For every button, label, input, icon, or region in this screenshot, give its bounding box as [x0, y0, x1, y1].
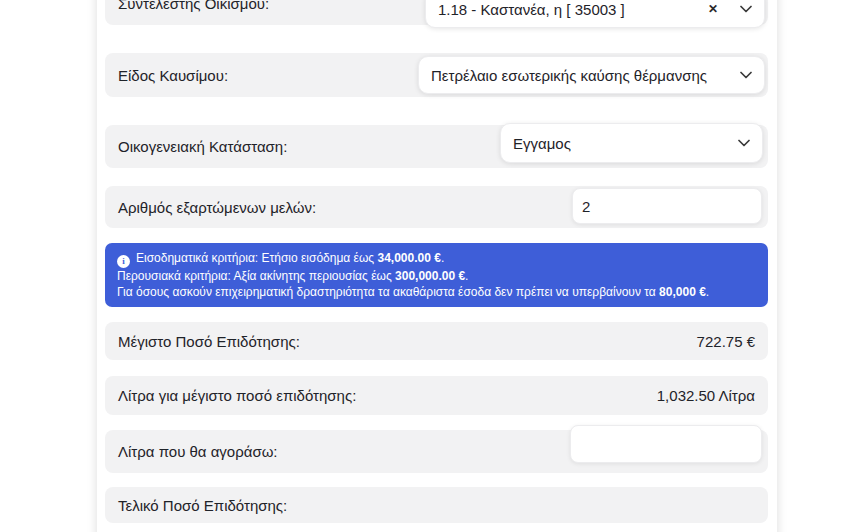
income-criteria-line: iΕισοδηματικά κριτήρια: Ετήσιο εισόδημα … [117, 250, 756, 268]
settlement-coefficient-value: 1.18 - Καστανέα, η [ 35003 ] [438, 1, 625, 18]
info-icon: i [117, 255, 130, 268]
liters-max-value: 1,032.50 Λίτρα [657, 387, 755, 404]
fuel-type-value: Πετρέλαιο εσωτερικής καύσης θέρμανσης [431, 67, 707, 84]
liters-to-buy-input[interactable] [570, 425, 762, 463]
dependent-members-label: Αριθμός εξαρτώμενων μελών: [118, 199, 316, 216]
clear-icon[interactable]: ✕ [704, 2, 722, 16]
liters-max-label: Λίτρα για μέγιστο ποσό επιδότησης: [118, 387, 356, 404]
settlement-coefficient-label: Συντελεστής Οικισμού: [118, 0, 269, 12]
dependent-members-input[interactable] [572, 188, 762, 224]
chevron-down-icon[interactable] [740, 71, 752, 79]
settlement-coefficient-combobox[interactable]: 1.18 - Καστανέα, η [ 35003 ] ✕ [425, 0, 765, 28]
chevron-down-icon[interactable] [738, 139, 750, 147]
max-subsidy-label: Μέγιστο Ποσό Επιδότησης: [118, 333, 300, 350]
liters-to-buy-label: Λίτρα που θα αγοράσω: [118, 443, 278, 460]
family-status-select[interactable]: Εγγαμος [500, 123, 763, 163]
heating-allowance-calculator-card: Συντελεστής Οικισμού: 1.18 - Καστανέα, η… [97, 0, 777, 532]
row-max-subsidy-amount: Μέγιστο Ποσό Επιδότησης: 722.75 € [105, 322, 768, 360]
row-liters-for-max-subsidy: Λίτρα για μέγιστο ποσό επιδότησης: 1,032… [105, 376, 768, 415]
business-criteria-line: Για όσους ασκούν επιχειρηματική δραστηρι… [117, 284, 756, 301]
property-criteria-line: Περουσιακά κριτήρια: Αξία ακίνητης περιο… [117, 268, 756, 285]
fuel-type-label: Είδος Καυσίμου: [118, 67, 228, 84]
family-status-label: Οικογενειακή Κατάσταση: [118, 138, 287, 155]
criteria-info-box: iΕισοδηματικά κριτήρια: Ετήσιο εισόδημα … [105, 243, 768, 307]
chevron-down-icon[interactable] [740, 5, 752, 13]
fuel-type-select[interactable]: Πετρέλαιο εσωτερικής καύσης θέρμανσης [418, 56, 765, 94]
final-subsidy-label: Τελικό Ποσό Επιδότησης: [118, 497, 287, 514]
max-subsidy-value: 722.75 € [697, 333, 755, 350]
row-final-subsidy-amount: Τελικό Ποσό Επιδότησης: [105, 487, 768, 523]
family-status-value: Εγγαμος [513, 135, 571, 152]
